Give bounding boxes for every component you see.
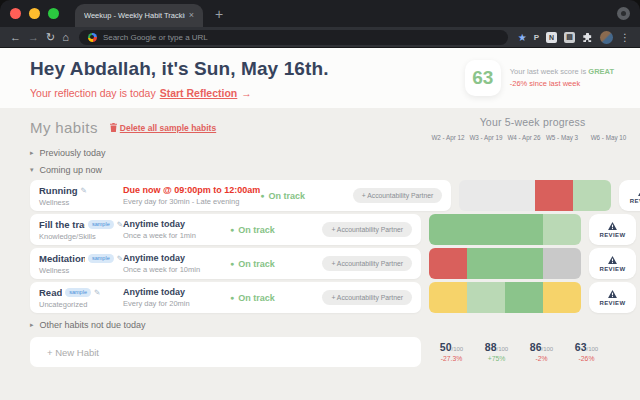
habit-row: Running ✎ Wellness Due now @ 09:00pm to … [30, 180, 636, 211]
new-habit-button[interactable]: + New Habit [30, 337, 421, 367]
week-labels: W2 - Apr 12 W3 - Apr 19 W4 - Apr 26 W5 -… [429, 134, 636, 141]
section-title: My habits [30, 119, 98, 136]
progress-cell-warn [429, 282, 467, 313]
progress-cell-bad [429, 248, 467, 279]
habit-frequency: Once a week for 10min [123, 265, 230, 274]
progress-cell-empty [497, 180, 535, 211]
progress-cell-good [505, 214, 543, 245]
warning-triangle-icon [608, 222, 617, 230]
habit-schedule: Anytime today [123, 253, 230, 263]
zoom-window-button[interactable] [48, 8, 59, 19]
habit-card-running[interactable]: Running ✎ Wellness Due now @ 09:00pm to … [30, 180, 451, 211]
browser-window: Weekup - Weekly Habit Tracking × + ← → ↻… [0, 0, 640, 400]
extension-icon-n[interactable]: N [546, 32, 557, 43]
progress-cell-empty [459, 180, 497, 211]
progress-cell-good [429, 214, 467, 245]
accountability-partner-button[interactable]: + Accountability Partner [322, 290, 412, 305]
habit-card-fill-the-track[interactable]: Fill the track... sample ✎ Knowledge/Ski… [30, 214, 421, 245]
accountability-partner-button[interactable]: + Accountability Partner [353, 188, 443, 203]
section-coming-up-now[interactable]: ▾ Coming up now [30, 165, 636, 175]
profile-avatar[interactable] [600, 31, 613, 44]
habit-schedule: Due now @ 09:00pm to 12:00am [123, 185, 260, 195]
week-score: 88/100 +75% [474, 341, 519, 367]
progress-strip [429, 214, 581, 245]
home-icon[interactable]: ⌂ [62, 32, 69, 43]
score-change: +75% [474, 355, 519, 362]
status-badge: ● On track [230, 225, 296, 235]
delete-sample-habits-link[interactable]: Delete all sample habits [110, 123, 216, 133]
extension-icon-generic[interactable]: ▤ [564, 32, 575, 43]
sample-badge: sample [88, 220, 114, 229]
status-badge: ● On track [230, 293, 296, 303]
window-controls [10, 8, 59, 19]
status-badge: ● On track [230, 259, 296, 269]
sample-badge: sample [65, 288, 91, 297]
week-label: W6 - May 10 [581, 134, 636, 141]
week-score: 63/100 -26% [564, 341, 609, 367]
week-score: 86/100 -2% [519, 341, 564, 367]
close-window-button[interactable] [10, 8, 21, 19]
habit-card-read[interactable]: Read sample ✎ Uncategorized Anytime toda… [30, 282, 421, 313]
tab-title: Weekup - Weekly Habit Tracking [84, 11, 185, 20]
section-previously-today[interactable]: ▸ Previously today [30, 148, 636, 158]
review-button[interactable]: REVIEW [589, 214, 636, 245]
address-bar[interactable]: Search Google or type a URL [79, 30, 508, 45]
habit-frequency: Once a week for 1min [123, 231, 230, 240]
weekup-page: Hey Abdallah, it's Sun, May 16th. Your r… [0, 48, 640, 400]
reload-icon[interactable]: ↻ [46, 32, 55, 43]
habit-category: Knowledge/Skills [39, 232, 123, 241]
score-caption: Your last week score is GREAT [510, 66, 614, 78]
week-label: W4 - Apr 26 [505, 134, 543, 141]
habit-card-meditation[interactable]: Meditation sample ✎ Wellness Anytime tod… [30, 248, 421, 279]
chevron-right-icon: ▸ [30, 149, 34, 157]
habit-row: Read sample ✎ Uncategorized Anytime toda… [30, 282, 636, 313]
new-tab-button[interactable]: + [215, 7, 223, 21]
start-reflection-link[interactable]: Start Reflection [160, 87, 238, 99]
minimize-window-button[interactable] [29, 8, 40, 19]
score-rating: GREAT [588, 67, 614, 76]
page-title: Hey Abdallah, it's Sun, May 16th. [30, 58, 329, 80]
progress-cell-good [467, 248, 505, 279]
progress-strip [429, 248, 581, 279]
habit-name: Meditation [39, 253, 85, 264]
score-change: -26% [564, 355, 609, 362]
accountability-partner-button[interactable]: + Accountability Partner [322, 222, 412, 237]
extension-icon-p[interactable]: P [534, 33, 539, 42]
forward-icon[interactable]: → [28, 32, 39, 43]
habit-frequency: Every day for 30min - Late evening [123, 197, 260, 206]
bookmark-star-icon[interactable]: ★ [518, 32, 527, 43]
score-change: -2% [519, 355, 564, 362]
extensions-puzzle-icon[interactable] [582, 32, 593, 43]
progress-cell-ok [467, 282, 505, 313]
score-change: -27.3% [429, 355, 474, 362]
progress-cell-bad [535, 180, 573, 211]
weekly-scores: 50/100 -27.3% 88/100 +75% 86/100 -2% 63/… [429, 337, 636, 367]
review-button[interactable]: REVIEW [589, 282, 636, 313]
reflection-line: Your reflection day is today Start Refle… [30, 87, 329, 99]
review-button[interactable]: REVIEW [619, 180, 640, 211]
accountability-partner-button[interactable]: + Accountability Partner [322, 256, 412, 271]
page-header: Hey Abdallah, it's Sun, May 16th. Your r… [0, 48, 640, 108]
tab-close-icon[interactable]: × [189, 11, 194, 20]
habits-content: My habits Delete all sample habits Your … [0, 108, 640, 400]
edit-pencil-icon[interactable]: ✎ [94, 288, 100, 297]
progress-strip [429, 282, 581, 313]
habit-name: Fill the track... [39, 219, 85, 230]
review-button[interactable]: REVIEW [589, 248, 636, 279]
warning-triangle-icon [608, 290, 617, 298]
progress-cell-ok [573, 180, 611, 211]
tab-strip-menu-icon[interactable] [617, 7, 630, 20]
back-icon[interactable]: ← [10, 32, 21, 43]
habit-category: Uncategorized [39, 300, 123, 309]
browser-tab[interactable]: Weekup - Weekly Habit Tracking × [75, 4, 203, 27]
section-other-habits[interactable]: ▸ Other habits not due today [30, 320, 636, 330]
week-label: W3 - Apr 19 [467, 134, 505, 141]
week-label: W5 - May 3 [543, 134, 581, 141]
habit-row: Meditation sample ✎ Wellness Anytime tod… [30, 248, 636, 279]
status-dot-icon: ● [230, 260, 234, 267]
edit-pencil-icon[interactable]: ✎ [81, 186, 87, 195]
browser-menu-icon[interactable]: ⋮ [620, 32, 630, 43]
browser-toolbar: ← → ↻ ⌂ Search Google or type a URL ★ P … [0, 27, 640, 48]
habit-category: Wellness [39, 198, 123, 207]
progress-cell-good [505, 282, 543, 313]
